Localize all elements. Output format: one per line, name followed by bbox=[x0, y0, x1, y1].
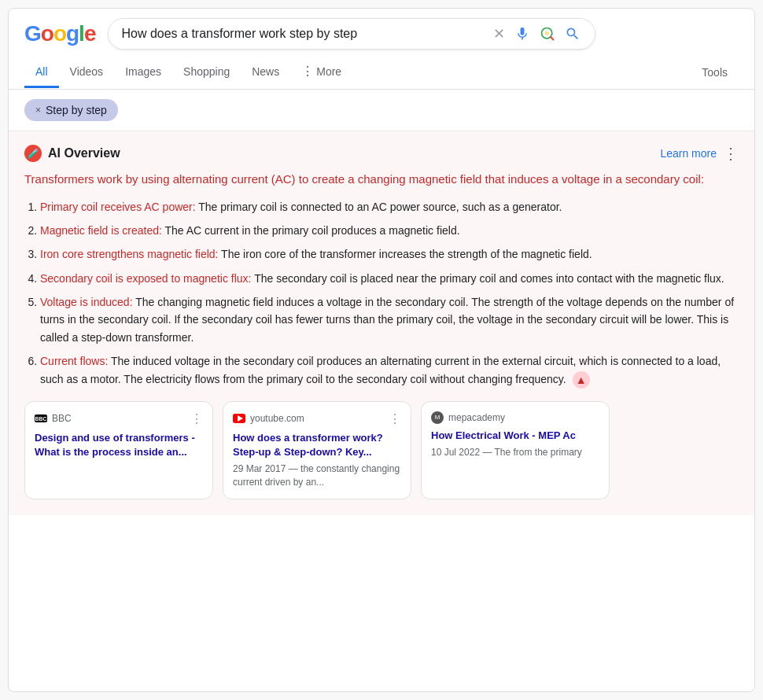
list-item: Primary coil receives AC power: The prim… bbox=[40, 198, 739, 216]
content-area: 🧪 AI Overview Learn more ⋮ Transformers … bbox=[9, 131, 754, 515]
favicon-bbc: BBC BBC bbox=[35, 413, 72, 424]
step-title-3: Iron core strengthens magnetic field: bbox=[40, 248, 218, 260]
list-item: Iron core strengthens magnetic field: Th… bbox=[40, 245, 739, 263]
step-desc-3: The iron core of the transformer increas… bbox=[221, 248, 592, 260]
card-header-yt: youtube.com ⋮ bbox=[233, 411, 401, 426]
search-input[interactable]: How does a transformer work step by step bbox=[121, 27, 485, 41]
list-item: Voltage is induced: The changing magneti… bbox=[40, 293, 739, 346]
step-title-5: Voltage is induced: bbox=[40, 296, 133, 308]
step-desc-6: The induced voltage in the secondary coi… bbox=[40, 355, 721, 385]
list-item: Secondary coil is exposed to magnetic fl… bbox=[40, 270, 739, 287]
step-desc-1: The primary coil is connected to an AC p… bbox=[198, 201, 562, 213]
steps-list: Primary coil receives AC power: The prim… bbox=[24, 198, 739, 389]
chip-close-icon: × bbox=[35, 105, 41, 116]
ai-icon: 🧪 bbox=[24, 145, 42, 162]
favicon-mep: M mepacademy bbox=[431, 411, 505, 424]
ai-intro-text: Transformers work by using alternating c… bbox=[24, 171, 739, 189]
card-header-mep: M mepacademy bbox=[431, 411, 599, 424]
site-name-bbc: BBC bbox=[52, 413, 72, 424]
search-button[interactable] bbox=[563, 26, 582, 42]
ai-actions: Learn more ⋮ bbox=[660, 144, 739, 163]
header: Google How does a transformer work step … bbox=[9, 9, 754, 56]
step-title-1: Primary coil receives AC power: bbox=[40, 201, 196, 213]
google-logo: Google bbox=[24, 21, 95, 46]
source-card-mep[interactable]: M mepacademy How Electrical Work - MEP A… bbox=[421, 401, 610, 499]
nav-tabs: All Videos Images Shopping News ⋮ More T… bbox=[9, 56, 754, 90]
list-item: Current flows: The induced voltage in th… bbox=[40, 352, 739, 389]
step-desc-5: The changing magnetic field induces a vo… bbox=[40, 296, 734, 344]
card-desc-yt: 29 Mar 2017 — the constantly changing cu… bbox=[233, 462, 401, 489]
site-name-yt: youtube.com bbox=[250, 413, 304, 424]
card-title-bbc: Design and use of transformers - What is… bbox=[35, 431, 203, 459]
learn-more-button[interactable]: Learn more bbox=[660, 147, 717, 160]
microphone-icon[interactable] bbox=[513, 26, 532, 42]
search-bar: How does a transformer work step by step… bbox=[108, 18, 595, 50]
tab-shopping[interactable]: Shopping bbox=[172, 57, 241, 88]
favicon-yt: youtube.com bbox=[233, 413, 304, 424]
card-header-bbc: BBC BBC ⋮ bbox=[35, 411, 203, 426]
tab-images[interactable]: Images bbox=[114, 57, 172, 88]
source-card-youtube[interactable]: youtube.com ⋮ How does a transformer wor… bbox=[223, 401, 411, 499]
tab-more[interactable]: ⋮ More bbox=[290, 56, 352, 89]
ai-title-wrap: 🧪 AI Overview bbox=[24, 145, 120, 162]
step-title-2: Magnetic field is created: bbox=[40, 224, 162, 237]
card-title-mep: How Electrical Work - MEP Ac bbox=[431, 429, 599, 443]
step-title-4: Secondary coil is exposed to magnetic fl… bbox=[40, 272, 251, 285]
card-menu-bbc[interactable]: ⋮ bbox=[190, 411, 203, 426]
tab-news[interactable]: News bbox=[241, 57, 290, 88]
tab-more-label: More bbox=[316, 65, 341, 78]
card-menu-yt[interactable]: ⋮ bbox=[389, 411, 401, 426]
source-cards: BBC BBC ⋮ Design and use of transformers… bbox=[24, 401, 739, 499]
clear-icon[interactable]: ✕ bbox=[492, 25, 507, 42]
card-title-yt: How does a transformer work? Step-up & S… bbox=[233, 431, 401, 459]
filter-chips: × Step by step bbox=[9, 90, 754, 131]
bbc-logo: BBC bbox=[35, 414, 47, 422]
list-item: Magnetic field is created: The AC curren… bbox=[40, 222, 739, 239]
tools-button[interactable]: Tools bbox=[691, 58, 739, 87]
ai-overview-header: 🧪 AI Overview Learn more ⋮ bbox=[24, 144, 739, 163]
step-title-6: Current flows: bbox=[40, 355, 108, 367]
site-name-mep: mepacademy bbox=[448, 412, 505, 423]
svg-point-1 bbox=[545, 31, 549, 35]
ai-overview-title: AI Overview bbox=[48, 146, 120, 160]
source-card-bbc[interactable]: BBC BBC ⋮ Design and use of transformers… bbox=[24, 401, 213, 499]
card-desc-mep: 10 Jul 2022 — The from the primary bbox=[431, 446, 599, 459]
tab-videos[interactable]: Videos bbox=[59, 57, 115, 88]
step-desc-4: The secondary coil is placed near the pr… bbox=[254, 272, 724, 285]
step-desc-2: The AC current in the primary coil produ… bbox=[165, 224, 460, 237]
youtube-logo bbox=[233, 414, 245, 423]
mep-logo: M bbox=[431, 411, 444, 424]
ai-more-button[interactable]: ⋮ bbox=[723, 144, 739, 163]
chip-label: Step by step bbox=[46, 104, 107, 116]
collapse-button[interactable]: ▲ bbox=[573, 371, 590, 389]
tab-all[interactable]: All bbox=[24, 57, 59, 88]
lens-icon[interactable] bbox=[538, 26, 557, 42]
step-by-step-chip[interactable]: × Step by step bbox=[24, 99, 118, 121]
